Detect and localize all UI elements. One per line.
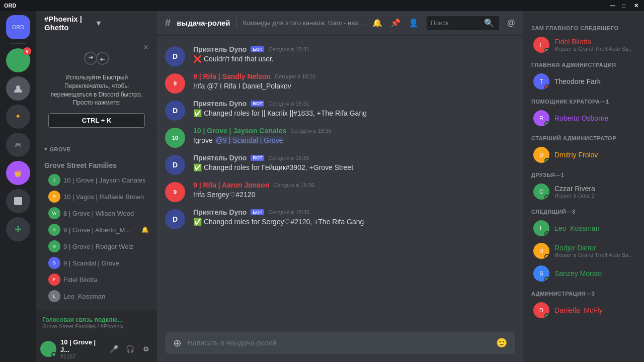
notification-bell-icon[interactable]: 🔔 [372,18,382,28]
message-text: ✅ Changed roles for Sergey♡#2120, +The R… [193,217,515,227]
message-avatar: D [165,209,185,229]
chevron-down-icon: ▾ [97,19,149,28]
settings-button[interactable]: ⚙ [139,342,153,356]
member-item[interactable]: T Theodore Fark [527,70,640,93]
add-file-icon[interactable]: ⊕ [173,337,182,349]
channel-topic: Команды для этого канала: !zam - назначи… [243,19,366,27]
message-avatar: 10 [165,128,185,148]
message-content: Приятель Dyno БОТ Сегодня в 18:31 ✅ Chan… [193,100,515,121]
member-avatar: D [533,147,549,163]
message-header: Приятель Dyno БОТ Сегодня в 18:31 [193,100,515,108]
channel-jayson-canales[interactable]: J 10 | Grove | Jayson Canales [40,172,153,188]
member-item[interactable]: F Fidel Bilotta Играет в Grand Theft Aut… [527,34,640,56]
message-author: 9 | Rifa | Sandly Nelson [193,72,271,80]
member-status-online [544,195,549,200]
mute-button[interactable]: 🎤 [107,342,121,356]
member-avatar: C [533,184,549,200]
member-name: Roberto Osborne [554,114,636,122]
message-content: Приятель Dyno БОТ Сегодня в 18:35 ✅ Chan… [193,154,515,175]
message-timestamp: Сегодня в 18:31 [268,46,309,52]
minimize-button[interactable]: — [610,3,616,9]
category-grove[interactable]: ▾ grove [36,144,157,153]
channel-leo-kossman[interactable]: L Leo_Kossman [40,288,153,304]
member-name: Fidel Bilotta [554,38,636,46]
member-avatar: T [533,73,549,89]
member-info: Dmitriy Frolov [554,151,636,159]
message-timestamp: Сегодня в 18:31 [275,73,316,79]
user-controls: 🎤 🎧 ⚙ [107,342,153,356]
channel-alberto[interactable]: A 9 | Grove | Alberto_M... 🔔 [40,222,153,238]
member-item[interactable]: C Czzar Rivera Играет в Dota 2 [527,180,640,203]
app-title: ORD [4,3,16,9]
member-name: Theodore Fark [554,77,636,85]
member-item[interactable]: R Roberto Osborne [527,107,640,129]
search-input[interactable] [431,19,481,27]
message-group: 9 9 | Rifa | Sandly Nelson Сегодня в 18:… [157,70,523,96]
channel-name: 8 | Grove | Wilson Wood [63,210,149,217]
member-category: СЛЕДЯЩИЙ—3 [523,207,644,217]
channel-wilson-wood[interactable]: W 8 | Grove | Wilson Wood [40,205,153,221]
message-content: 9 | Rifa | Aaron Jonson Сегодня в 18:36 … [193,181,515,202]
server-icon-s4[interactable]: 🎮 [6,133,30,157]
sidebar-header[interactable]: #Phoenix | Ghetto ▾ [36,11,157,35]
message-group: D Приятель Dyno БОТ Сегодня в 18:35 ✅ Ch… [157,152,523,177]
message-text: ❌ Couldn't find that user. [193,54,515,64]
search-box[interactable]: 🔍 [427,16,499,30]
message-header: Приятель Dyno БОТ Сегодня в 18:36 [193,208,515,216]
member-avatar: A [48,224,60,236]
server-icon-s5[interactable]: 👑 [6,161,30,185]
switcher-arrows-icon: · · [48,47,145,69]
channels-list: ▾ grove Grove Street Families J 10 | Gro… [36,140,157,310]
add-server-button[interactable] [6,217,30,241]
quick-switcher-shortcut[interactable]: CTRL + K [48,113,145,128]
section-label: Grove Street Families [44,161,117,169]
member-category: АДМИНИСТРАЦИЯ—3 [523,289,644,299]
category-label: grove [50,146,71,152]
channel-name: 10 | Vagos | Raffaele Brown [63,193,149,201]
main-content: # выдача-ролей Команды для этого канала:… [157,11,523,362]
server-icon-s1[interactable]: 6 [6,48,30,72]
server-icon-s6[interactable] [6,189,30,213]
member-item[interactable]: S Sanzey Morato [527,262,640,285]
deafen-button[interactable]: 🎧 [123,342,137,356]
member-status-online [544,158,549,163]
channel-scandal-grove[interactable]: S 9 | Scandal | Grove [40,255,153,271]
member-info: Theodore Fark [554,77,636,85]
bot-badge: БОТ [251,209,264,215]
server-icon-s3[interactable]: ✦ [6,105,30,129]
member-subtext: Играет в Grand Theft Auto Sa... [554,252,636,258]
server-icon-ord[interactable]: ORD [6,15,30,39]
member-item[interactable]: D Daniella_McFly [527,299,640,321]
server-icon-s2[interactable] [6,76,30,101]
maximize-button[interactable]: □ [622,3,628,9]
member-item[interactable]: R Rodjer Dieter Играет в Grand Theft Aut… [527,240,640,262]
message-text: !rifa Sergey♡#2120 [193,190,515,200]
channel-fidel-bilotta[interactable]: F Fidel Bilotta [40,272,153,288]
member-info: Sanzey Morato [554,269,636,278]
pin-icon[interactable]: 📌 [390,18,400,28]
member-item[interactable]: L Leo_Kossman [527,217,640,239]
message-text: !rifa @7 I Rifa I Daniel_Polakov [193,81,515,92]
svg-text:👑: 👑 [14,169,22,177]
bot-badge: БОТ [251,155,264,161]
message-group: D Приятель Dyno БОТ Сегодня в 18:36 ✅ Ch… [157,206,523,231]
channel-name: Fidel Bilotta [63,276,149,284]
emoji-icon[interactable]: 🙂 [496,337,507,348]
message-input[interactable] [188,339,490,347]
close-quick-switcher[interactable]: ✕ [143,43,149,51]
message-author: 10 | Grove | Jayson Canales [193,127,286,135]
member-item[interactable]: D Dmitriy Frolov [527,144,640,166]
channel-rodger-welz[interactable]: R 9 | Grove | Rodger Welz [40,238,153,254]
message-text: ✅ Changed roles for || Каспix ||#1833, +… [193,109,515,119]
close-button[interactable]: ✕ [634,3,640,9]
message-header: Приятель Dyno БОТ Сегодня в 18:31 [193,45,515,53]
at-icon[interactable]: @ [507,19,515,28]
member-avatar: S [48,257,60,269]
section-grove-street: Grove Street Families [36,153,157,171]
channel-raffaele-brown[interactable]: R 10 | Vagos | Raffaele Brown [40,189,153,205]
message-content: Приятель Dyno БОТ Сегодня в 18:31 ❌ Coul… [193,45,515,66]
message-group: 10 10 | Grove | Jayson Canales Сегодня в… [157,125,523,150]
members-icon[interactable]: 👤 [409,18,419,28]
message-content: 9 | Rifa | Sandly Nelson Сегодня в 18:31… [193,72,515,94]
member-avatar: R [48,191,60,203]
